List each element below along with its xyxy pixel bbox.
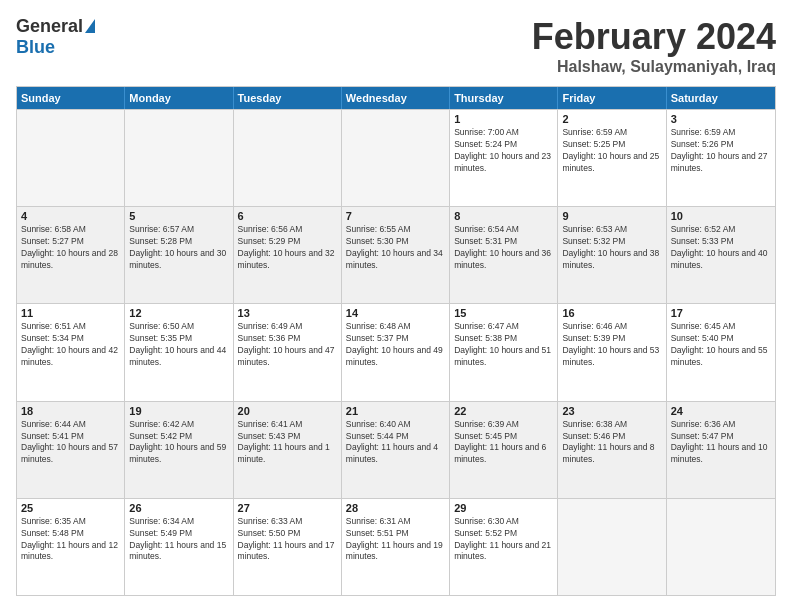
cell-info: Sunrise: 6:30 AMSunset: 5:52 PMDaylight:… — [454, 516, 553, 564]
day-number: 19 — [129, 405, 228, 417]
calendar-row: 18Sunrise: 6:44 AMSunset: 5:41 PMDayligh… — [17, 401, 775, 498]
day-number: 21 — [346, 405, 445, 417]
day-number: 11 — [21, 307, 120, 319]
cell-info: Sunrise: 6:41 AMSunset: 5:43 PMDaylight:… — [238, 419, 337, 467]
day-number: 12 — [129, 307, 228, 319]
cell-info: Sunrise: 6:38 AMSunset: 5:46 PMDaylight:… — [562, 419, 661, 467]
cell-info: Sunrise: 6:34 AMSunset: 5:49 PMDaylight:… — [129, 516, 228, 564]
weekday-header: Saturday — [667, 87, 775, 109]
day-number: 1 — [454, 113, 553, 125]
cell-info: Sunrise: 6:44 AMSunset: 5:41 PMDaylight:… — [21, 419, 120, 467]
logo: General Blue — [16, 16, 95, 58]
day-number: 20 — [238, 405, 337, 417]
calendar-cell: 28Sunrise: 6:31 AMSunset: 5:51 PMDayligh… — [342, 499, 450, 595]
day-number: 13 — [238, 307, 337, 319]
calendar-cell: 10Sunrise: 6:52 AMSunset: 5:33 PMDayligh… — [667, 207, 775, 303]
day-number: 29 — [454, 502, 553, 514]
cell-info: Sunrise: 6:46 AMSunset: 5:39 PMDaylight:… — [562, 321, 661, 369]
day-number: 9 — [562, 210, 661, 222]
cell-info: Sunrise: 6:33 AMSunset: 5:50 PMDaylight:… — [238, 516, 337, 564]
month-title: February 2024 — [532, 16, 776, 58]
cell-info: Sunrise: 6:55 AMSunset: 5:30 PMDaylight:… — [346, 224, 445, 272]
cell-info: Sunrise: 6:36 AMSunset: 5:47 PMDaylight:… — [671, 419, 771, 467]
day-number: 3 — [671, 113, 771, 125]
day-number: 22 — [454, 405, 553, 417]
day-number: 2 — [562, 113, 661, 125]
day-number: 28 — [346, 502, 445, 514]
calendar-row: 1Sunrise: 7:00 AMSunset: 5:24 PMDaylight… — [17, 109, 775, 206]
calendar-row: 25Sunrise: 6:35 AMSunset: 5:48 PMDayligh… — [17, 498, 775, 595]
day-number: 26 — [129, 502, 228, 514]
calendar-cell: 7Sunrise: 6:55 AMSunset: 5:30 PMDaylight… — [342, 207, 450, 303]
cell-info: Sunrise: 6:52 AMSunset: 5:33 PMDaylight:… — [671, 224, 771, 272]
calendar-cell: 13Sunrise: 6:49 AMSunset: 5:36 PMDayligh… — [234, 304, 342, 400]
calendar-row: 11Sunrise: 6:51 AMSunset: 5:34 PMDayligh… — [17, 303, 775, 400]
cell-info: Sunrise: 6:45 AMSunset: 5:40 PMDaylight:… — [671, 321, 771, 369]
cell-info: Sunrise: 6:39 AMSunset: 5:45 PMDaylight:… — [454, 419, 553, 467]
day-number: 14 — [346, 307, 445, 319]
cell-info: Sunrise: 6:58 AMSunset: 5:27 PMDaylight:… — [21, 224, 120, 272]
calendar-cell: 26Sunrise: 6:34 AMSunset: 5:49 PMDayligh… — [125, 499, 233, 595]
cell-info: Sunrise: 6:40 AMSunset: 5:44 PMDaylight:… — [346, 419, 445, 467]
day-number: 5 — [129, 210, 228, 222]
calendar-cell: 3Sunrise: 6:59 AMSunset: 5:26 PMDaylight… — [667, 110, 775, 206]
cell-info: Sunrise: 6:49 AMSunset: 5:36 PMDaylight:… — [238, 321, 337, 369]
location-title: Halshaw, Sulaymaniyah, Iraq — [532, 58, 776, 76]
logo-triangle-icon — [85, 19, 95, 33]
day-number: 10 — [671, 210, 771, 222]
cell-info: Sunrise: 6:53 AMSunset: 5:32 PMDaylight:… — [562, 224, 661, 272]
day-number: 17 — [671, 307, 771, 319]
calendar-cell: 22Sunrise: 6:39 AMSunset: 5:45 PMDayligh… — [450, 402, 558, 498]
calendar-cell: 14Sunrise: 6:48 AMSunset: 5:37 PMDayligh… — [342, 304, 450, 400]
day-number: 6 — [238, 210, 337, 222]
calendar-cell: 9Sunrise: 6:53 AMSunset: 5:32 PMDaylight… — [558, 207, 666, 303]
logo-general-text: General — [16, 16, 83, 37]
calendar-cell: 24Sunrise: 6:36 AMSunset: 5:47 PMDayligh… — [667, 402, 775, 498]
cell-info: Sunrise: 6:47 AMSunset: 5:38 PMDaylight:… — [454, 321, 553, 369]
calendar: SundayMondayTuesdayWednesdayThursdayFrid… — [16, 86, 776, 596]
calendar-header: SundayMondayTuesdayWednesdayThursdayFrid… — [17, 87, 775, 109]
weekday-header: Thursday — [450, 87, 558, 109]
calendar-body: 1Sunrise: 7:00 AMSunset: 5:24 PMDaylight… — [17, 109, 775, 595]
cell-info: Sunrise: 6:59 AMSunset: 5:26 PMDaylight:… — [671, 127, 771, 175]
day-number: 7 — [346, 210, 445, 222]
cell-info: Sunrise: 6:31 AMSunset: 5:51 PMDaylight:… — [346, 516, 445, 564]
calendar-cell: 27Sunrise: 6:33 AMSunset: 5:50 PMDayligh… — [234, 499, 342, 595]
title-block: February 2024 Halshaw, Sulaymaniyah, Ira… — [532, 16, 776, 76]
page: General Blue February 2024 Halshaw, Sula… — [0, 0, 792, 612]
day-number: 23 — [562, 405, 661, 417]
calendar-cell: 11Sunrise: 6:51 AMSunset: 5:34 PMDayligh… — [17, 304, 125, 400]
day-number: 25 — [21, 502, 120, 514]
cell-info: Sunrise: 6:50 AMSunset: 5:35 PMDaylight:… — [129, 321, 228, 369]
weekday-header: Sunday — [17, 87, 125, 109]
calendar-cell — [17, 110, 125, 206]
cell-info: Sunrise: 7:00 AMSunset: 5:24 PMDaylight:… — [454, 127, 553, 175]
logo-blue-text: Blue — [16, 37, 55, 58]
calendar-cell: 19Sunrise: 6:42 AMSunset: 5:42 PMDayligh… — [125, 402, 233, 498]
calendar-cell: 29Sunrise: 6:30 AMSunset: 5:52 PMDayligh… — [450, 499, 558, 595]
cell-info: Sunrise: 6:42 AMSunset: 5:42 PMDaylight:… — [129, 419, 228, 467]
cell-info: Sunrise: 6:48 AMSunset: 5:37 PMDaylight:… — [346, 321, 445, 369]
weekday-header: Monday — [125, 87, 233, 109]
header: General Blue February 2024 Halshaw, Sula… — [16, 16, 776, 76]
cell-info: Sunrise: 6:35 AMSunset: 5:48 PMDaylight:… — [21, 516, 120, 564]
cell-info: Sunrise: 6:59 AMSunset: 5:25 PMDaylight:… — [562, 127, 661, 175]
calendar-cell: 12Sunrise: 6:50 AMSunset: 5:35 PMDayligh… — [125, 304, 233, 400]
weekday-header: Tuesday — [234, 87, 342, 109]
calendar-cell: 8Sunrise: 6:54 AMSunset: 5:31 PMDaylight… — [450, 207, 558, 303]
calendar-row: 4Sunrise: 6:58 AMSunset: 5:27 PMDaylight… — [17, 206, 775, 303]
calendar-cell: 15Sunrise: 6:47 AMSunset: 5:38 PMDayligh… — [450, 304, 558, 400]
day-number: 4 — [21, 210, 120, 222]
cell-info: Sunrise: 6:51 AMSunset: 5:34 PMDaylight:… — [21, 321, 120, 369]
calendar-cell: 6Sunrise: 6:56 AMSunset: 5:29 PMDaylight… — [234, 207, 342, 303]
calendar-cell — [667, 499, 775, 595]
day-number: 24 — [671, 405, 771, 417]
day-number: 27 — [238, 502, 337, 514]
calendar-cell: 5Sunrise: 6:57 AMSunset: 5:28 PMDaylight… — [125, 207, 233, 303]
calendar-cell: 4Sunrise: 6:58 AMSunset: 5:27 PMDaylight… — [17, 207, 125, 303]
calendar-cell — [558, 499, 666, 595]
calendar-cell: 17Sunrise: 6:45 AMSunset: 5:40 PMDayligh… — [667, 304, 775, 400]
cell-info: Sunrise: 6:54 AMSunset: 5:31 PMDaylight:… — [454, 224, 553, 272]
weekday-header: Friday — [558, 87, 666, 109]
calendar-cell — [342, 110, 450, 206]
